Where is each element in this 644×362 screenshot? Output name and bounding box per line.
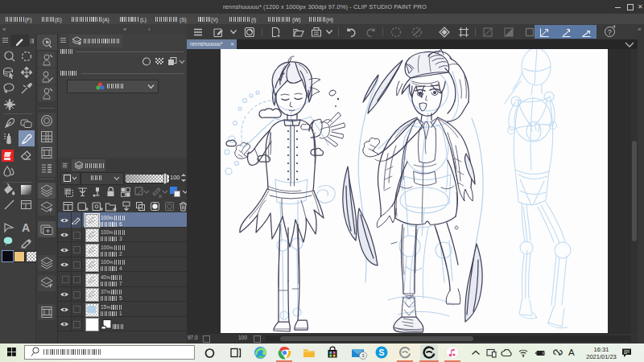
svg-text:?: ? <box>608 28 612 36</box>
svg-text:S: S <box>379 348 385 357</box>
